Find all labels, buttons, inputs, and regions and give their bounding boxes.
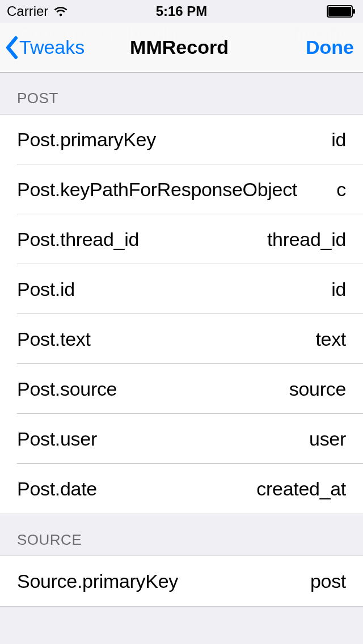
wifi-icon <box>53 6 69 17</box>
back-button[interactable]: Tweaks <box>5 36 130 60</box>
row-key: Post.keyPathForResponseObject <box>17 179 336 201</box>
table-row[interactable]: Post.user user <box>0 414 363 464</box>
table-row[interactable]: Post.text text <box>0 314 363 364</box>
row-value: id <box>331 129 346 151</box>
carrier-label: Carrier <box>7 3 48 19</box>
row-key: Post.primaryKey <box>17 129 331 151</box>
row-value: user <box>309 428 346 450</box>
done-button[interactable]: Done <box>306 36 354 58</box>
battery-icon <box>327 5 356 18</box>
section-rows-post: Post.primaryKey id Post.keyPathForRespon… <box>0 114 363 514</box>
row-value: thread_id <box>267 228 346 251</box>
settings-table: POST Post.primaryKey id Post.keyPathForR… <box>0 73 363 607</box>
section-header-source: SOURCE <box>0 514 363 556</box>
chevron-left-icon <box>5 36 19 60</box>
row-value: id <box>331 278 346 300</box>
status-left: Carrier <box>7 3 123 19</box>
row-key: Post.thread_id <box>17 228 267 251</box>
row-key: Post.source <box>17 378 289 400</box>
table-row[interactable]: Post.source source <box>0 364 363 414</box>
nav-bar: Tweaks MMRecord Done <box>0 23 363 73</box>
row-key: Post.date <box>17 478 256 500</box>
row-key: Post.id <box>17 278 331 300</box>
svg-rect-2 <box>353 9 355 14</box>
status-right <box>240 5 356 18</box>
status-bar: Carrier 5:16 PM <box>0 0 363 23</box>
status-time: 5:16 PM <box>123 3 239 19</box>
table-row[interactable]: Post.date created_at <box>0 464 363 514</box>
row-key: Source.primaryKey <box>17 570 310 592</box>
back-label: Tweaks <box>19 36 85 58</box>
table-row[interactable]: Post.keyPathForResponseObject c <box>0 164 363 214</box>
row-key: Post.text <box>17 328 315 350</box>
row-value: text <box>315 328 346 350</box>
row-value: c <box>336 179 346 201</box>
row-value: source <box>289 378 346 400</box>
svg-rect-1 <box>328 7 351 16</box>
table-row[interactable]: Source.primaryKey post <box>0 556 363 606</box>
section-rows-source: Source.primaryKey post <box>0 556 363 607</box>
row-value: created_at <box>256 478 346 500</box>
row-key: Post.user <box>17 428 309 450</box>
section-header-post: POST <box>0 73 363 114</box>
table-row[interactable]: Post.id id <box>0 264 363 314</box>
row-value: post <box>310 570 346 592</box>
table-row[interactable]: Post.primaryKey id <box>0 115 363 164</box>
nav-title: MMRecord <box>130 36 229 58</box>
table-row[interactable]: Post.thread_id thread_id <box>0 214 363 264</box>
